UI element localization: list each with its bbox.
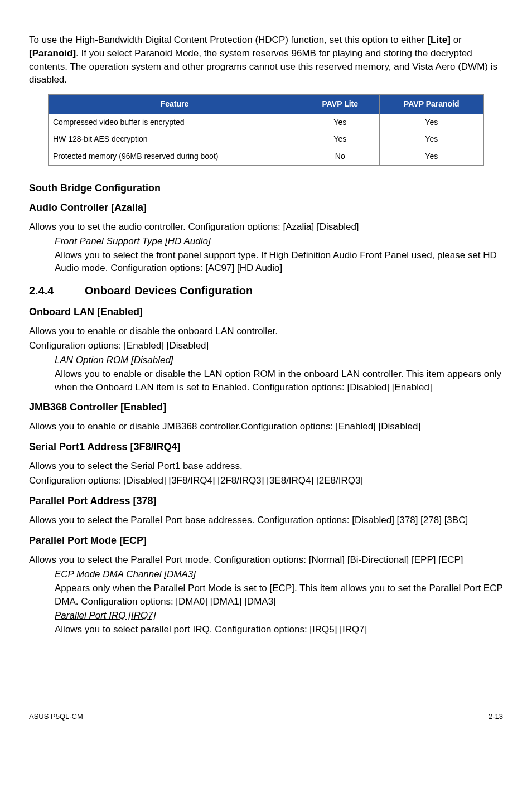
parallel-addr-heading: Parallel Port Address [378] [29, 494, 503, 508]
footer-left: ASUS P5QL-CM [29, 712, 83, 722]
intro-opt1: [Lite] [427, 35, 451, 45]
parallel-addr-text: Allows you to select the Parallel Port b… [29, 514, 503, 527]
row1-feature: HW 128-bit AES decryption [49, 131, 301, 148]
row2-feature: Protected memory (96MB reserved during b… [49, 148, 301, 165]
lan-sub-block: LAN Option ROM [Disabled] Allows you to … [29, 354, 503, 394]
row1-lite: Yes [301, 131, 379, 148]
ecp-dma-heading: ECP Mode DMA Channel [DMA3] [55, 568, 503, 581]
onboard-devices-section-heading: 2.4.4Onboard Devices Configuration [29, 283, 503, 298]
parallel-mode-text: Allows you to select the Parallel Port m… [29, 553, 503, 567]
audio-controller-heading: Audio Controller [Azalia] [29, 201, 503, 215]
audio-sub-block: Front Panel Support Type [HD Audio] Allo… [29, 235, 503, 275]
row0-paranoid: Yes [379, 114, 483, 131]
serial-port-heading: Serial Port1 Address [3F8/IRQ4] [29, 440, 503, 454]
onboard-devices-title: Onboard Devices Configuration [85, 284, 253, 297]
parallel-irq-heading: Parallel Port IRQ [IRQ7] [55, 609, 503, 622]
table-header-row: Feature PAVP Lite PAVP Paranoid [49, 95, 484, 114]
audio-controller-text: Allows you to set the audio controller. … [29, 220, 503, 234]
onboard-lan-heading: Onboard LAN [Enabled] [29, 305, 503, 319]
intro-opt2: [Paranoid] [29, 48, 76, 59]
jmb368-heading: JMB368 Controller [Enabled] [29, 400, 503, 414]
row2-lite: No [301, 148, 379, 165]
serial-port-text2: Configuration options: [Disabled] [3F8/I… [29, 474, 503, 487]
th-paranoid: PAVP Paranoid [379, 95, 483, 114]
parallel-mode-heading: Parallel Port Mode [ECP] [29, 534, 503, 548]
parallel-sub-block: ECP Mode DMA Channel [DMA3] Appears only… [29, 568, 503, 636]
intro-mid: or [451, 35, 462, 45]
table-row: HW 128-bit AES decryption Yes Yes [49, 131, 484, 148]
th-feature: Feature [49, 95, 301, 114]
footer: ASUS P5QL-CM 2-13 [29, 709, 503, 722]
serial-port-text1: Allows you to select the Serial Port1 ba… [29, 460, 503, 473]
row2-paranoid: Yes [379, 148, 483, 165]
intro-post: . If you select Paranoid Mode, the syste… [29, 48, 497, 85]
front-panel-sub-heading: Front Panel Support Type [HD Audio] [55, 235, 503, 248]
south-bridge-heading: South Bridge Configuration [29, 181, 503, 195]
intro-pre: To use the High-Bandwidth Digital Conten… [29, 35, 427, 45]
row0-lite: Yes [301, 114, 379, 131]
feature-table: Feature PAVP Lite PAVP Paranoid Compress… [48, 94, 484, 165]
lan-option-rom-text: Allows you to enable or disable the LAN … [55, 369, 501, 393]
table-row: Protected memory (96MB reserved during b… [49, 148, 484, 165]
table-row: Compressed video buffer is encrypted Yes… [49, 114, 484, 131]
parallel-irq-text: Allows you to select parallel port IRQ. … [55, 624, 367, 635]
row0-feature: Compressed video buffer is encrypted [49, 114, 301, 131]
ecp-dma-text: Appears only when the Parallel Port Mode… [55, 583, 502, 607]
row1-paranoid: Yes [379, 131, 483, 148]
section-number: 2.4.4 [29, 283, 85, 298]
jmb368-text: Allows you to enable or disable JMB368 c… [29, 420, 503, 433]
footer-right: 2-13 [489, 712, 503, 722]
front-panel-sub-text: Allows you to select the front panel sup… [55, 250, 497, 274]
th-lite: PAVP Lite [301, 95, 379, 114]
onboard-lan-text2: Configuration options: [Enabled] [Disabl… [29, 339, 503, 352]
intro-paragraph: To use the High-Bandwidth Digital Conten… [29, 33, 503, 86]
lan-option-rom-heading: LAN Option ROM [Disabled] [55, 354, 503, 367]
onboard-lan-text1: Allows you to enable or disable the onbo… [29, 325, 503, 338]
